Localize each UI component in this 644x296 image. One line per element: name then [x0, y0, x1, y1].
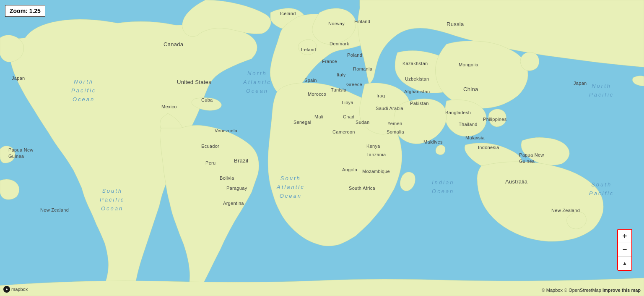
zoom-out-button[interactable]: − — [618, 243, 631, 257]
mapbox-logo: ● mapbox — [3, 286, 28, 293]
osm-attribution: © OpenStreetMap — [564, 288, 601, 293]
mapbox-attribution: © Mapbox — [542, 288, 563, 293]
improve-map-link[interactable]: Improve this map — [602, 288, 641, 293]
world-map — [0, 0, 644, 296]
zoom-label: Zoom: 1.25 — [10, 8, 41, 14]
reset-north-button[interactable]: ▲ — [618, 257, 631, 270]
map-controls: + − ▲ — [617, 229, 632, 271]
zoom-in-button[interactable]: + — [618, 230, 631, 243]
attribution: © Mapbox © OpenStreetMap Improve this ma… — [542, 288, 641, 293]
zoom-display: Zoom: 1.25 — [5, 5, 45, 17]
mapbox-icon: ● — [3, 286, 10, 293]
mapbox-logo-text: mapbox — [11, 287, 28, 292]
map-container[interactable]: Zoom: 1.25 NorthPacificOcean NorthAtlant… — [0, 0, 644, 296]
